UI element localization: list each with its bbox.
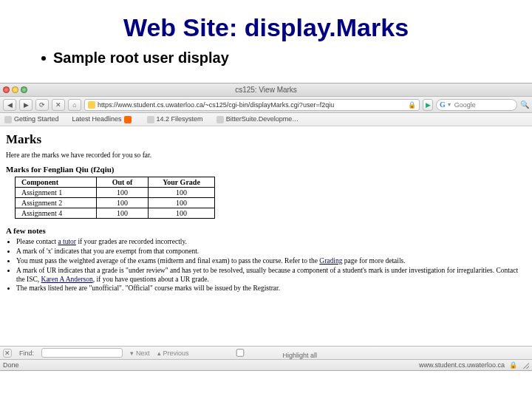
search-icon[interactable]: 🔍	[520, 100, 529, 109]
page-icon	[4, 116, 12, 123]
forward-button[interactable]: ▶	[19, 99, 33, 111]
lock-icon: 🔒	[509, 361, 517, 369]
find-next-button[interactable]: ▾Next	[130, 349, 150, 357]
page-icon	[147, 116, 154, 123]
th-outof: Out of	[97, 177, 149, 188]
rss-icon	[124, 116, 132, 123]
note-text: The marks listed here are "unofficial". …	[16, 284, 280, 292]
page-heading: Marks	[6, 132, 526, 147]
list-item: A mark of 'x' indicates that you are exe…	[16, 248, 526, 256]
note-text: A mark of 'x' indicates that you are exe…	[16, 248, 199, 255]
table-cell: Assignment 1	[16, 188, 97, 198]
slide-bullet: Sample root user display	[41, 50, 532, 66]
table-row: Assignment 2100100	[16, 198, 215, 208]
note-link[interactable]: a tutor	[58, 238, 76, 245]
list-item: A mark of UR indicates that a grade is "…	[16, 267, 526, 284]
status-domain: www.student.cs.uwaterloo.ca	[419, 361, 505, 369]
slide-bullet-text: Sample root user display	[53, 50, 229, 66]
table-cell: 100	[97, 208, 149, 219]
find-input[interactable]	[41, 348, 123, 358]
address-bar[interactable]: https://www.student.cs.uwaterloo.ca/~cs1…	[84, 99, 420, 111]
lock-icon: 🔒	[408, 101, 416, 109]
search-bar[interactable]: G ▾	[436, 99, 517, 111]
table-cell: 100	[149, 208, 215, 219]
bookmark-item[interactable]: Getting Started	[4, 115, 59, 123]
table-row: Assignment 4100100	[16, 208, 215, 219]
bookmark-item[interactable]: 14.2 Filesystem	[147, 115, 203, 123]
find-next-label: Next	[136, 349, 150, 357]
bookmark-label: 14.2 Filesystem	[157, 115, 203, 123]
chevron-down-icon[interactable]: ▾	[448, 101, 451, 108]
favicon-icon	[88, 101, 95, 109]
marks-subhead: Marks for Fenglian Qiu (f2qiu)	[6, 165, 526, 174]
list-item: You must pass the weighted average of th…	[16, 257, 526, 266]
table-cell: 100	[97, 188, 149, 198]
table-row: Assignment 1100100	[16, 188, 215, 198]
notes-heading: A few notes	[6, 226, 526, 235]
bookmark-item[interactable]: Latest Headlines	[72, 115, 134, 123]
highlight-checkbox[interactable]	[208, 349, 273, 356]
slide-title: Web Site: display.Marks	[0, 13, 532, 42]
highlight-label: Highlight all	[283, 352, 318, 359]
table-cell: Assignment 2	[16, 198, 97, 208]
home-button[interactable]: ⌂	[68, 99, 81, 111]
table-cell: 100	[149, 198, 215, 208]
resize-handle-icon[interactable]	[522, 361, 529, 369]
nav-toolbar: ◀ ▶ ⟳ ✕ ⌂ https://www.student.cs.uwaterl…	[0, 97, 532, 113]
page-content: Marks Here are the marks we have recorde…	[0, 126, 532, 341]
status-bar: Done www.student.cs.uwaterloo.ca 🔒	[0, 359, 532, 370]
browser-window: cs125: View Marks ◀ ▶ ⟳ ✕ ⌂ https://www.…	[0, 83, 532, 371]
table-cell: 100	[149, 188, 215, 198]
reload-button[interactable]: ⟳	[35, 99, 49, 111]
bullet-dot-icon	[41, 56, 46, 61]
arrow-up-icon: ▴	[157, 349, 161, 357]
list-item: Please contact a tutor if your grades ar…	[16, 238, 526, 247]
intro-text: Here are the marks we have recorded for …	[6, 151, 526, 159]
close-findbar-button[interactable]: ✕	[3, 349, 12, 358]
status-text: Done	[3, 361, 19, 369]
find-prev-label: Previous	[163, 349, 189, 357]
th-component: Component	[16, 177, 97, 188]
th-grade: Your Grade	[149, 177, 215, 188]
url-text: https://www.student.cs.uwaterloo.ca/~cs1…	[98, 101, 334, 109]
page-icon	[216, 116, 224, 123]
note-text: , if you have questions about a UR grade…	[93, 276, 209, 283]
go-button[interactable]: ▶	[423, 99, 433, 111]
find-prev-button[interactable]: ▴Previous	[157, 349, 189, 357]
note-text: if your grades are recorded incorrectly.	[76, 238, 187, 245]
bookmarks-toolbar: Getting Started Latest Headlines 14.2 Fi…	[0, 113, 532, 126]
find-label: Find:	[19, 349, 34, 357]
window-titlebar: cs125: View Marks	[0, 83, 532, 97]
table-cell: 100	[97, 198, 149, 208]
arrow-down-icon: ▾	[130, 349, 134, 357]
stop-button[interactable]: ✕	[52, 99, 65, 111]
table-header-row: Component Out of Your Grade	[16, 177, 215, 188]
back-button[interactable]: ◀	[3, 99, 16, 111]
window-title: cs125: View Marks	[0, 86, 532, 94]
find-bar: ✕ Find: ▾Next ▴Previous Highlight all	[0, 346, 532, 359]
note-text: page for more details.	[342, 257, 405, 265]
marks-table: Component Out of Your Grade Assignment 1…	[15, 177, 215, 219]
notes-list: Please contact a tutor if your grades ar…	[16, 238, 526, 293]
note-text: Please contact	[16, 238, 58, 245]
bookmark-label: Latest Headlines	[72, 115, 122, 123]
bookmark-label: BitterSuite.Developme…	[226, 115, 299, 123]
bookmark-item[interactable]: BitterSuite.Developme…	[216, 115, 299, 123]
note-link[interactable]: Karen A Anderson	[41, 276, 93, 283]
bookmark-label: Getting Started	[14, 115, 59, 123]
search-engine-icon: G	[440, 100, 446, 109]
table-cell: Assignment 4	[16, 208, 97, 219]
highlight-all-toggle[interactable]: Highlight all	[197, 346, 318, 360]
list-item: The marks listed here are "unofficial". …	[16, 284, 526, 293]
note-link[interactable]: Grading	[319, 257, 342, 265]
note-text: You must pass the weighted average of th…	[16, 257, 319, 265]
